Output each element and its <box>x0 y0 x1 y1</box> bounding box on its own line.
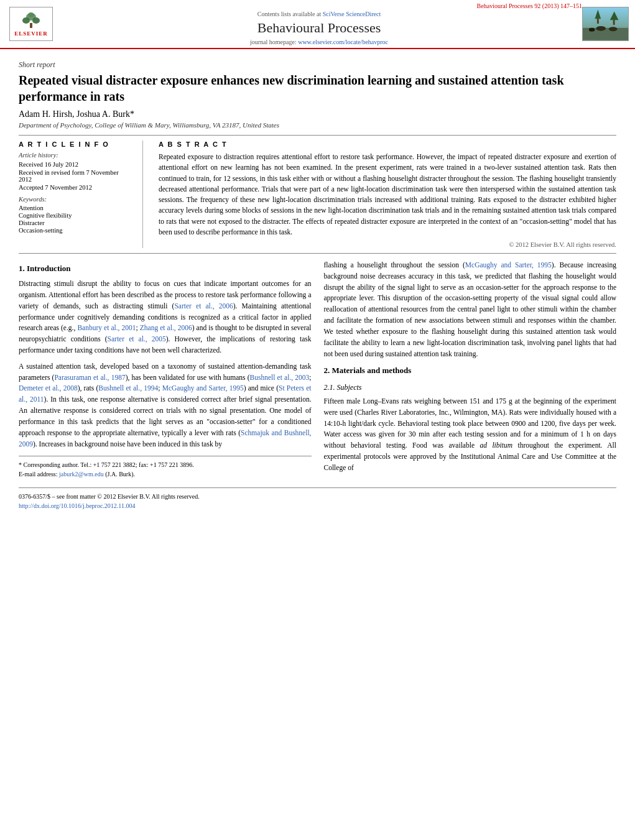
received-date: Received 16 July 2012 <box>19 161 133 168</box>
footnote-corresponding: * Corresponding author. Tel.: +1 757 221… <box>19 460 312 469</box>
keyword-4: Occasion-setting <box>19 227 133 234</box>
mcgaughy-sarter-1995-link[interactable]: McGaughy and Sarter, 1995 <box>465 261 552 269</box>
article-info-row: A R T I C L E I N F O Article history: R… <box>19 135 616 254</box>
svg-rect-3 <box>30 23 32 28</box>
schmajuk-link[interactable]: Schmajuk and Bushnell, 2009 <box>19 429 311 448</box>
history-label: Article history: <box>19 152 133 159</box>
mcgaughy-link[interactable]: McGaughy and Sarter, 1995 <box>162 384 244 392</box>
zhang-link[interactable]: Zhang et al., 2006 <box>140 324 192 331</box>
affiliation: Department of Psychology, College of Wil… <box>19 121 616 129</box>
sarter-2006-link[interactable]: Sarter et al., 2006 <box>174 302 233 310</box>
article-title: Repeated visual distracter exposure enha… <box>19 72 616 104</box>
abstract-section: A B S T R A C T Repeated exposure to dis… <box>155 141 616 248</box>
doi-link[interactable]: http://dx.doi.org/10.1016/j.beproc.2012.… <box>19 502 136 509</box>
page-footer: 0376-6357/$ – see front matter © 2012 El… <box>19 487 616 510</box>
main-content: Short report Repeated visual distracter … <box>0 49 635 517</box>
subjects-para: Fifteen male Long–Evans rats weighing be… <box>324 396 617 474</box>
sciverse-link[interactable]: SciVerse ScienceDirect <box>323 11 381 17</box>
parasuraman-link[interactable]: Parasuraman et al., 1987 <box>54 374 125 381</box>
body-columns: 1. Introduction Distracting stimuli disr… <box>19 260 616 479</box>
intro-para-1: Distracting stimuli disrupt the ability … <box>19 279 312 356</box>
accepted-date: Accepted 7 November 2012 <box>19 184 133 191</box>
svg-point-2 <box>32 17 40 24</box>
thumbnail-image <box>583 7 628 40</box>
intro-heading: 1. Introduction <box>19 262 312 275</box>
demeter-link[interactable]: Demeter et al., 2008 <box>19 384 78 392</box>
footnote-email: E-mail address: jaburk2@wm.edu (J.A. Bur… <box>19 469 312 479</box>
copyright-line: © 2012 Elsevier B.V. All rights reserved… <box>159 241 616 248</box>
footnote-area: * Corresponding author. Tel.: +1 757 221… <box>19 456 312 479</box>
bushnell-1994-link[interactable]: Bushnell et al., 1994 <box>98 384 158 392</box>
keyword-3: Distracter <box>19 219 133 226</box>
elsevier-text: ELSEVIER <box>14 30 48 37</box>
banbury-link[interactable]: Banbury et al., 2001 <box>77 324 136 331</box>
article-info-title: A R T I C L E I N F O <box>19 141 133 148</box>
elsevier-logo: ELSEVIER <box>9 7 53 41</box>
footer-doi: http://dx.doi.org/10.1016/j.beproc.2012.… <box>19 501 616 510</box>
svg-point-4 <box>28 12 34 17</box>
journal-thumbnail <box>582 7 629 41</box>
journal-homepage: journal homepage: www.elsevier.com/locat… <box>56 39 582 45</box>
authors-text: Adam H. Hirsh, Joshua A. Burk* <box>19 109 134 119</box>
abstract-text: Repeated exposure to distraction require… <box>159 152 616 238</box>
elsevier-logo-box: ELSEVIER <box>6 7 56 41</box>
keyword-2: Cognitive flexibility <box>19 212 133 219</box>
article-type-label: Short report <box>19 60 616 70</box>
body-left-col: 1. Introduction Distracting stimuli disr… <box>19 260 312 479</box>
bushnell-2003-link[interactable]: Bushnell et al., 2003 <box>250 374 310 381</box>
contents-text: Contents lists available at <box>257 11 321 17</box>
email-link[interactable]: jaburk2@wm.edu <box>59 471 104 478</box>
svg-point-7 <box>596 26 606 31</box>
abstract-title: A B S T R A C T <box>159 141 616 148</box>
article-info-left: A R T I C L E I N F O Article history: R… <box>19 141 143 248</box>
contents-line: Contents lists available at SciVerse Sci… <box>56 11 582 17</box>
journal-header: ELSEVIER Behavioural Processes 92 (2013)… <box>0 0 635 49</box>
sarter-2005-link[interactable]: Sarter et al., 2005 <box>108 335 166 343</box>
keywords-label: Keywords: <box>19 196 133 203</box>
elsevier-tree-icon <box>19 12 44 30</box>
svg-rect-12 <box>597 19 599 24</box>
email-person: (J.A. Burk). <box>105 471 135 478</box>
footer-issn: 0376-6357/$ – see front matter © 2012 El… <box>19 492 616 501</box>
svg-point-8 <box>609 27 618 31</box>
homepage-label: journal homepage: <box>250 39 297 45</box>
svg-rect-13 <box>613 20 615 25</box>
subjects-subheading: 2.1. Subjects <box>324 382 617 394</box>
svg-point-9 <box>589 28 595 32</box>
journal-title: Behavioural Processes <box>56 20 582 36</box>
intro-para-2: A sustained attention task, developed ba… <box>19 361 312 450</box>
journal-header-center: Behavioural Processes 92 (2013) 147–151 … <box>56 2 582 45</box>
revised-date: Received in revised form 7 November 2012 <box>19 169 133 183</box>
journal-ref: Behavioural Processes 92 (2013) 147–151 <box>56 2 582 9</box>
authors: Adam H. Hirsh, Joshua A. Burk* <box>19 109 616 119</box>
email-label: E-mail address: <box>19 471 57 478</box>
homepage-url[interactable]: www.elsevier.com/locate/behavproc <box>298 39 388 45</box>
right-para-1: flashing a houselight throughout the ses… <box>324 260 617 359</box>
keyword-1: Attention <box>19 205 133 211</box>
body-right-col: flashing a houselight throughout the ses… <box>324 260 617 479</box>
methods-heading: 2. Materials and methods <box>324 364 617 377</box>
svg-point-1 <box>22 17 30 24</box>
